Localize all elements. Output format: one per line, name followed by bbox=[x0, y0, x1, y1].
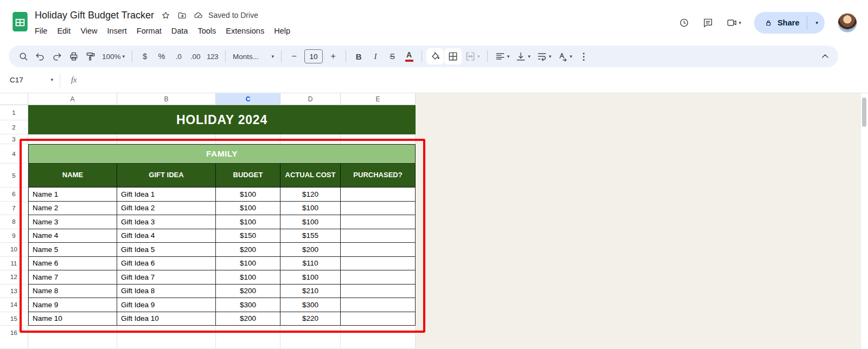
cell-name[interactable]: Name 6 bbox=[28, 257, 117, 271]
cell-purchased[interactable] bbox=[341, 229, 416, 243]
more-toolbar-button[interactable]: ⋮ bbox=[576, 48, 592, 64]
menu-tools[interactable]: Tools bbox=[193, 25, 221, 36]
cell-gift-idea[interactable]: Gift Idea 8 bbox=[117, 285, 216, 299]
print-button[interactable] bbox=[66, 48, 82, 64]
cell-actual-cost[interactable]: $210 bbox=[280, 285, 341, 299]
row-number-1[interactable]: 1 bbox=[0, 105, 28, 120]
menu-view[interactable]: View bbox=[75, 25, 102, 36]
empty-cell[interactable] bbox=[280, 326, 341, 349]
row-number-8[interactable]: 8 bbox=[0, 215, 28, 229]
empty-cell[interactable] bbox=[117, 326, 216, 349]
row-number-10[interactable]: 10 bbox=[0, 243, 28, 257]
move-to-folder-icon[interactable] bbox=[177, 11, 187, 20]
cell-gift-idea[interactable]: Gift Idea 7 bbox=[117, 270, 216, 285]
collapse-toolbar-button[interactable] bbox=[820, 51, 831, 64]
header-name[interactable]: NAME bbox=[28, 164, 117, 188]
cloud-saved-icon[interactable] bbox=[194, 11, 203, 20]
font-size-input[interactable]: 10 bbox=[304, 49, 323, 63]
column-header-b[interactable]: B bbox=[117, 93, 216, 105]
increase-font-size-button[interactable]: + bbox=[325, 48, 341, 64]
empty-cell[interactable] bbox=[341, 134, 416, 144]
cell-actual-cost[interactable]: $100 bbox=[280, 270, 341, 285]
bold-button[interactable]: B bbox=[350, 48, 367, 64]
cell-purchased[interactable] bbox=[341, 285, 416, 299]
italic-button[interactable]: I bbox=[367, 48, 384, 64]
cell-actual-cost[interactable]: $200 bbox=[280, 243, 341, 257]
text-wrap-button[interactable]: ▾ bbox=[534, 48, 554, 64]
cell-name[interactable]: Name 10 bbox=[28, 312, 117, 326]
row-number-6[interactable]: 6 bbox=[0, 188, 28, 202]
column-header-c-selected[interactable]: C bbox=[216, 93, 280, 105]
row-number-16[interactable]: 16 bbox=[0, 326, 28, 349]
cell-purchased[interactable] bbox=[341, 312, 416, 326]
menu-edit[interactable]: Edit bbox=[52, 25, 75, 36]
cell-budget[interactable]: $150 bbox=[216, 229, 280, 243]
cell-budget[interactable]: $300 bbox=[216, 298, 280, 312]
text-rotation-button[interactable]: ▾ bbox=[554, 48, 575, 64]
cell-gift-idea[interactable]: Gift Idea 3 bbox=[117, 215, 216, 229]
cell-name[interactable]: Name 3 bbox=[28, 215, 117, 229]
cell-purchased[interactable] bbox=[341, 243, 416, 257]
number-format-button[interactable]: 123 bbox=[204, 48, 221, 64]
cell-name[interactable]: Name 4 bbox=[28, 229, 117, 243]
empty-cell[interactable] bbox=[216, 326, 280, 349]
menu-insert[interactable]: Insert bbox=[103, 25, 132, 36]
cell-gift-idea[interactable]: Gift Idea 6 bbox=[117, 257, 216, 271]
row-number-2[interactable]: 2 bbox=[0, 120, 28, 134]
cell-purchased[interactable] bbox=[341, 270, 416, 285]
menu-file[interactable]: File bbox=[30, 25, 52, 36]
cell-actual-cost[interactable]: $100 bbox=[280, 202, 341, 216]
avatar[interactable] bbox=[838, 13, 857, 33]
row-number-4[interactable]: 4 bbox=[0, 144, 28, 164]
header-actual-cost[interactable]: ACTUAL COST bbox=[280, 164, 341, 188]
sheets-logo-icon[interactable] bbox=[12, 11, 28, 34]
menu-help[interactable]: Help bbox=[269, 25, 295, 36]
row-number-12[interactable]: 12 bbox=[0, 270, 28, 285]
cell-actual-cost[interactable]: $110 bbox=[280, 257, 341, 271]
cell-purchased[interactable] bbox=[341, 257, 416, 271]
cell-actual-cost[interactable]: $120 bbox=[280, 188, 341, 202]
empty-cell[interactable] bbox=[117, 134, 216, 144]
row-number-15[interactable]: 15 bbox=[0, 312, 28, 326]
empty-cell[interactable] bbox=[216, 134, 280, 144]
column-header-a[interactable]: A bbox=[28, 93, 117, 105]
section-title-cell[interactable]: FAMILY bbox=[28, 144, 416, 164]
cell-gift-idea[interactable]: Gift Idea 10 bbox=[117, 312, 216, 326]
zoom-select[interactable]: 100%▾ bbox=[99, 48, 127, 64]
empty-cell[interactable] bbox=[280, 134, 341, 144]
saved-status[interactable]: Saved to Drive bbox=[208, 11, 258, 20]
cell-gift-idea[interactable]: Gift Idea 5 bbox=[117, 243, 216, 257]
meet-button[interactable]: ▾ bbox=[726, 17, 742, 28]
row-number-11[interactable]: 11 bbox=[0, 257, 28, 271]
row-number-5[interactable]: 5 bbox=[0, 164, 28, 188]
cell-purchased[interactable] bbox=[341, 215, 416, 229]
search-menus-button[interactable] bbox=[15, 48, 31, 64]
row-number-9[interactable]: 9 bbox=[0, 229, 28, 243]
document-title[interactable]: Holiday Gift Budget Tracker bbox=[35, 10, 154, 21]
cell-name[interactable]: Name 8 bbox=[28, 285, 117, 299]
menu-format[interactable]: Format bbox=[132, 25, 167, 36]
cell-gift-idea[interactable]: Gift Idea 9 bbox=[117, 298, 216, 312]
font-family-select[interactable]: Monts...▾ bbox=[230, 48, 277, 64]
cell-actual-cost[interactable]: $300 bbox=[280, 298, 341, 312]
cell-gift-idea[interactable]: Gift Idea 2 bbox=[117, 202, 216, 216]
cell-gift-idea[interactable]: Gift Idea 1 bbox=[117, 188, 216, 202]
cell-budget[interactable]: $100 bbox=[216, 202, 280, 216]
row-number-14[interactable]: 14 bbox=[0, 298, 28, 312]
column-header-e[interactable]: E bbox=[341, 93, 416, 105]
menu-data[interactable]: Data bbox=[167, 25, 193, 36]
empty-cell[interactable] bbox=[28, 326, 117, 349]
strikethrough-button[interactable]: S bbox=[384, 48, 400, 64]
name-box[interactable]: C17 ▾ bbox=[7, 76, 59, 84]
fill-color-button[interactable] bbox=[426, 48, 444, 64]
version-history-icon[interactable] bbox=[679, 17, 690, 28]
paint-format-button[interactable] bbox=[82, 48, 99, 64]
cell-gift-idea[interactable]: Gift Idea 4 bbox=[117, 229, 216, 243]
row-number-7[interactable]: 7 bbox=[0, 202, 28, 216]
cell-budget[interactable]: $200 bbox=[216, 312, 280, 326]
increase-decimal-button[interactable]: .00 bbox=[187, 48, 203, 64]
row-number-13[interactable]: 13 bbox=[0, 285, 28, 299]
decrease-decimal-button[interactable]: .0 bbox=[170, 48, 187, 64]
cell-name[interactable]: Name 2 bbox=[28, 202, 117, 216]
header-gift-idea[interactable]: GIFT IDEA bbox=[117, 164, 216, 188]
